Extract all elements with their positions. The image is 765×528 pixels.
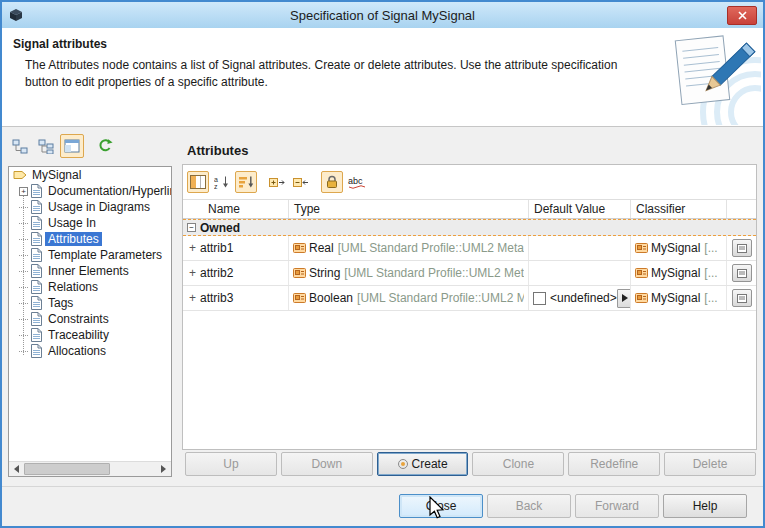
scroll-right-button[interactable]: [156, 462, 171, 476]
classifier-icon: [635, 243, 648, 253]
attribute-row[interactable]: + attrib2 String [UML Standard Profile::…: [183, 261, 756, 286]
attribute-row[interactable]: + attrib1 Real [UML Standard Profile::UM…: [183, 236, 756, 261]
document-icon: [30, 280, 43, 294]
tree-item-label: Usage in Diagrams: [45, 200, 153, 214]
name-cell[interactable]: + attrib1: [183, 236, 289, 260]
type-cell[interactable]: Boolean [UML Standard Profile::UML2 Me..…: [289, 286, 529, 310]
scroll-thumb[interactable]: [24, 463, 110, 475]
type-cell[interactable]: String [UML Standard Profile::UML2 Meta.…: [289, 261, 529, 285]
undefined-checkbox[interactable]: [533, 292, 546, 305]
close-button[interactable]: Close: [399, 494, 483, 518]
col-classifier[interactable]: Classifier: [631, 200, 727, 218]
col-type[interactable]: Type: [289, 200, 529, 218]
name-cell[interactable]: + attrib2: [183, 261, 289, 285]
doc-pencil-art: [657, 30, 761, 125]
row-actions-cell: [727, 261, 756, 285]
col-name[interactable]: Name: [183, 200, 289, 218]
lock-icon: [326, 175, 338, 189]
collapse-nested-button[interactable]: [290, 171, 312, 193]
tree-item-constraints[interactable]: Constraints: [9, 311, 171, 327]
clone-button[interactable]: Clone: [472, 452, 564, 476]
open-specification-button[interactable]: [732, 289, 752, 307]
tree-item-mysignal[interactable]: MySignal: [9, 167, 171, 183]
sort-custom-button[interactable]: [235, 171, 257, 193]
specification-dialog: Specification of Signal MySignal Signal …: [0, 0, 765, 528]
redefine-button[interactable]: Redefine: [568, 452, 660, 476]
sort-alphabetic-button[interactable]: a z: [211, 171, 233, 193]
down-button[interactable]: Down: [281, 452, 373, 476]
refresh-button[interactable]: [93, 134, 117, 158]
open-specification-button[interactable]: [732, 239, 752, 257]
tree-item-label: Template Parameters: [45, 248, 165, 262]
tree-item-relations[interactable]: Relations: [9, 279, 171, 295]
expand-icon[interactable]: +: [19, 187, 28, 196]
classifier-cell[interactable]: MySignal [...: [631, 286, 727, 310]
tree-item-usage-in[interactable]: Usage In: [9, 215, 171, 231]
tree-item-label: Traceability: [45, 328, 112, 342]
tree-item-inner-elements[interactable]: Inner Elements: [9, 263, 171, 279]
document-icon: [30, 200, 43, 214]
row-expander[interactable]: +: [187, 241, 198, 255]
forward-button[interactable]: Forward: [575, 494, 659, 518]
collapse-nested-icon: [293, 175, 309, 189]
group-row-owned[interactable]: − Owned: [183, 219, 756, 236]
tree-item-attributes[interactable]: Attributes: [9, 231, 171, 247]
property-icon: [293, 293, 306, 303]
tree-item-tags[interactable]: Tags: [9, 295, 171, 311]
attribute-name: attrib1: [200, 241, 233, 255]
close-window-button[interactable]: [727, 6, 757, 25]
classifier-cell[interactable]: MySignal [...: [631, 261, 727, 285]
collapse-all-button[interactable]: [8, 134, 32, 158]
expand-nested-button[interactable]: [266, 171, 288, 193]
row-expander[interactable]: +: [187, 266, 198, 280]
column-config-button[interactable]: [187, 171, 209, 193]
dialog-footer: Close Back Forward Help: [2, 486, 763, 526]
back-button[interactable]: Back: [487, 494, 571, 518]
value-dropdown-button[interactable]: [617, 289, 631, 308]
right-arrow-icon: [161, 465, 166, 473]
classifier-detail: [...: [704, 241, 717, 255]
create-button[interactable]: Create: [377, 452, 469, 476]
collapse-group-icon[interactable]: −: [187, 223, 196, 232]
refresh-icon: [97, 138, 113, 154]
document-icon: [30, 232, 43, 246]
tree-item-usage-in-diagrams[interactable]: Usage in Diagrams: [9, 199, 171, 215]
default-value-cell[interactable]: <undefined>: [529, 286, 631, 310]
up-button[interactable]: Up: [185, 452, 277, 476]
delete-button[interactable]: Delete: [664, 452, 756, 476]
name-cell[interactable]: + attrib3: [183, 286, 289, 310]
lock-editing-button[interactable]: [321, 171, 343, 193]
tree-item-allocations[interactable]: Allocations: [9, 343, 171, 359]
default-value-text: <undefined>: [550, 291, 617, 305]
default-value-cell[interactable]: [529, 261, 631, 285]
spellcheck-icon: abc: [347, 175, 366, 189]
attribute-actions: Up Down Create Clone Redefine Delete: [185, 452, 756, 476]
tree-item-template-parameters[interactable]: Template Parameters: [9, 247, 171, 263]
classifier-detail: [...: [704, 291, 717, 305]
row-expander[interactable]: +: [187, 291, 198, 305]
scroll-left-button[interactable]: [9, 462, 24, 476]
expand-all-button[interactable]: [34, 134, 58, 158]
type-cell[interactable]: Real [UML Standard Profile::UML2 Meta...: [289, 236, 529, 260]
open-specification-button[interactable]: [732, 264, 752, 282]
group-label: Owned: [200, 221, 240, 235]
tree-item-traceability[interactable]: Traceability: [9, 327, 171, 343]
help-button[interactable]: Help: [663, 494, 747, 518]
default-value-cell[interactable]: [529, 236, 631, 260]
close-icon: [738, 11, 747, 20]
document-icon: [30, 216, 43, 230]
toggle-panel-button[interactable]: [60, 134, 84, 158]
header-section: Signal attributes The Attributes node co…: [2, 28, 763, 127]
titlebar[interactable]: Specification of Signal MySignal: [2, 2, 763, 28]
attribute-row[interactable]: + attrib3 Boolean [UML Standard Profile:…: [183, 286, 756, 311]
panel-layout-icon: [64, 139, 80, 153]
element-tree[interactable]: MySignal + Documentation/Hyperlin Usage …: [8, 166, 172, 477]
type-detail: [UML Standard Profile::UML2 Me...: [357, 291, 524, 305]
expand-tree-icon: [38, 139, 54, 154]
tree-item-label: MySignal: [29, 168, 84, 182]
col-default-value[interactable]: Default Value: [529, 200, 631, 218]
tree-item-documentation[interactable]: + Documentation/Hyperlin: [9, 183, 171, 199]
classifier-cell[interactable]: MySignal [...: [631, 236, 727, 260]
tree-horizontal-scrollbar[interactable]: [9, 461, 171, 476]
spelling-button[interactable]: abc: [345, 171, 367, 193]
